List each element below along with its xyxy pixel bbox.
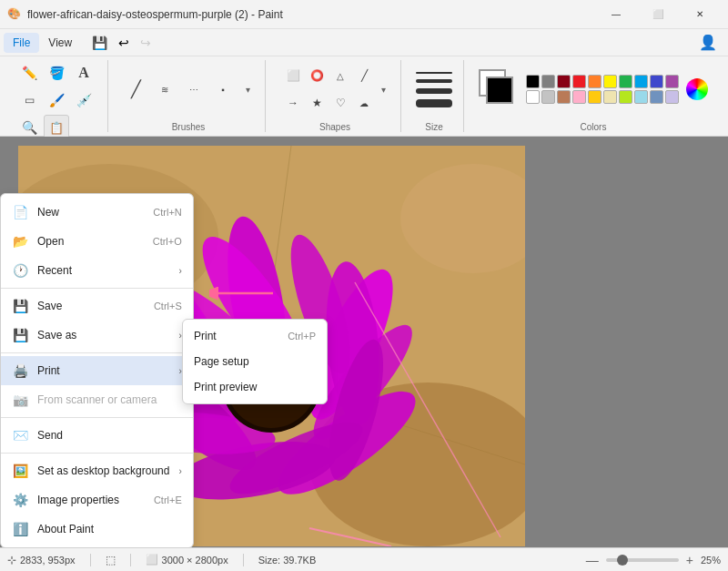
shapes-dropdown[interactable]: ▾ (377, 73, 389, 106)
zoom-thumb (617, 555, 628, 566)
color-orange[interactable] (588, 75, 602, 88)
text-tool[interactable]: A (71, 60, 96, 86)
shape-cloud[interactable]: ☁ (351, 90, 377, 116)
color-yellow[interactable] (603, 75, 617, 88)
ribbon-brushes-section: ╱ ≋ ⋯ ▪ ▾ Brushes (112, 60, 266, 132)
menu-item-properties[interactable]: ⚙️ Image properties Ctrl+E (1, 485, 193, 515)
color-pink[interactable] (572, 90, 586, 104)
print-submenu: Print Ctrl+P Page setup Print preview (182, 319, 328, 404)
size-label: Size (425, 118, 442, 132)
menu-item-print[interactable]: 🖨️ Print › (1, 356, 193, 385)
desktop-label: Set as desktop background (37, 464, 169, 477)
shapes-label: Shapes (319, 118, 350, 132)
shape-star[interactable]: ★ (304, 90, 329, 116)
image-dimensions: ⬜ 3000 × 2800px (146, 554, 228, 566)
brushes-dropdown[interactable]: ▾ (241, 73, 254, 106)
color-green[interactable] (619, 75, 632, 88)
properties-icon: ⚙️ (12, 492, 28, 508)
color-brown[interactable] (557, 90, 571, 104)
size-1[interactable] (416, 72, 452, 74)
pencil-tool[interactable]: ✏️ (16, 60, 42, 86)
recent-icon: 🕐 (12, 262, 28, 279)
new-shortcut: Ctrl+N (153, 207, 181, 218)
shape-heart[interactable]: ♡ (328, 90, 353, 116)
menu-item-saveas[interactable]: 💾 Save as › (1, 321, 193, 350)
color-lavender[interactable] (665, 90, 679, 104)
profile-icon[interactable]: 👤 (699, 35, 717, 50)
maximize-button[interactable]: ⬜ (637, 0, 679, 29)
app-icon: 🎨 (7, 7, 22, 22)
menu-item-save[interactable]: 💾 Save Ctrl+S (1, 291, 193, 321)
shape-rect[interactable]: ⬜ (280, 63, 306, 88)
about-label: About Paint (37, 523, 94, 535)
menu-item-new[interactable]: 📄 New Ctrl+N (1, 198, 193, 227)
menu-item-send[interactable]: ✉️ Send (1, 421, 193, 450)
zoom-slider[interactable] (606, 558, 679, 562)
pink-arrow (209, 275, 282, 311)
open-label: Open (37, 235, 64, 248)
color-wheel[interactable] (686, 78, 708, 100)
selection-icon: ⬚ (106, 554, 116, 566)
color-darkred[interactable] (557, 75, 571, 88)
dimensions-icon: ⬜ (146, 554, 158, 566)
fill-tool[interactable]: 🪣 (44, 60, 69, 86)
submenu-print[interactable]: Print Ctrl+P (183, 323, 327, 349)
menu-item-desktop[interactable]: 🖼️ Set as desktop background › (1, 456, 193, 485)
shape-line[interactable]: ╱ (351, 63, 377, 88)
dimensions-text: 3000 × 2800px (162, 555, 228, 566)
shape-arrow[interactable]: → (280, 90, 306, 116)
minimize-button[interactable]: — (595, 0, 637, 29)
close-button[interactable]: ✕ (679, 0, 721, 29)
brush-style-4[interactable]: ▪ (210, 76, 236, 102)
new-icon: 📄 (12, 204, 28, 220)
zoom-level: 25% (701, 555, 721, 566)
status-sep-1 (90, 554, 91, 566)
color-black[interactable] (526, 75, 540, 88)
color-lime[interactable] (619, 90, 632, 104)
color-cream[interactable] (603, 90, 617, 104)
brush-style-1[interactable]: ╱ (123, 76, 148, 102)
size-2[interactable] (416, 79, 452, 83)
color-blue[interactable] (650, 75, 663, 88)
submenu-preview[interactable]: Print preview (183, 374, 327, 400)
saveas-icon: 💾 (12, 327, 28, 343)
redo-icon[interactable]: ↪ (136, 34, 155, 52)
menu-item-recent[interactable]: 🕐 Recent › (1, 256, 193, 285)
submenu-pagesetup[interactable]: Page setup (183, 349, 327, 374)
color-skyblue[interactable] (634, 90, 648, 104)
open-shortcut: Ctrl+O (153, 236, 182, 247)
eraser-tool[interactable]: ▭ (16, 87, 42, 113)
brushes-label: Brushes (172, 118, 206, 132)
print-icon: 🖨️ (12, 362, 28, 379)
shape-circle[interactable]: ⭕ (304, 63, 329, 88)
submenu-preview-label: Print preview (194, 381, 257, 393)
menu-view[interactable]: View (39, 33, 81, 53)
menu-file[interactable]: File (4, 33, 39, 53)
color-white[interactable] (526, 90, 540, 104)
shape-triangle[interactable]: △ (328, 63, 353, 88)
save-quick-icon[interactable]: 💾 (88, 34, 111, 52)
size-4[interactable] (416, 99, 452, 107)
size-3[interactable] (416, 88, 452, 94)
undo-icon[interactable]: ↩ (115, 34, 133, 52)
zoom-in-btn[interactable]: + (686, 553, 693, 567)
color-lightgray[interactable] (541, 90, 555, 104)
ribbon-size-section: Size (405, 60, 464, 132)
status-bar: ⊹ 2833, 953px ⬚ ⬜ 3000 × 2800px Size: 39… (0, 547, 728, 571)
desktop-icon: 🖼️ (12, 463, 28, 479)
brush-style-3[interactable]: ⋯ (181, 76, 207, 102)
zoom-out-btn[interactable]: — (586, 553, 599, 567)
brush-style-2[interactable]: ≋ (152, 76, 177, 102)
color-steelblue[interactable] (650, 90, 663, 104)
color-picker-tool[interactable]: 💉 (71, 87, 96, 113)
color-gold[interactable] (588, 90, 602, 104)
color-cyan[interactable] (634, 75, 648, 88)
brush-tool[interactable]: 🖌️ (44, 87, 69, 113)
menu-item-open[interactable]: 📂 Open Ctrl+O (1, 227, 193, 256)
color-gray[interactable] (541, 75, 555, 88)
recent-label: Recent (37, 264, 72, 277)
primary-color-box[interactable] (486, 76, 513, 104)
color-red[interactable] (572, 75, 586, 88)
menu-item-about[interactable]: ℹ️ About Paint (1, 515, 193, 544)
color-purple[interactable] (665, 75, 679, 88)
